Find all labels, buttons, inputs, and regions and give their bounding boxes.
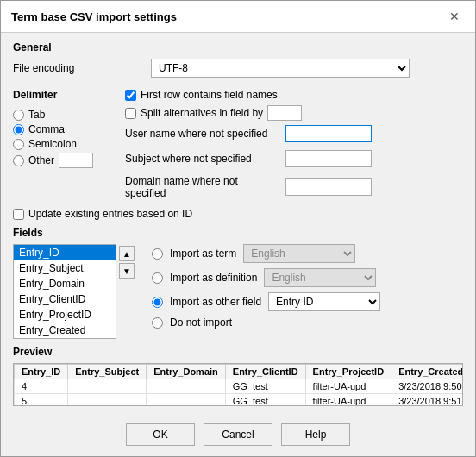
delimiter-label: Delimiter xyxy=(13,89,116,101)
domain-row: Domain name where not specified xyxy=(125,175,463,199)
comma-label: Comma xyxy=(28,123,65,135)
do-not-import-row: Do not import xyxy=(152,316,463,329)
import-as-definition-radio[interactable] xyxy=(152,272,163,284)
fields-list-container: Entry_ID Entry_Subject Entry_Domain Entr… xyxy=(13,244,135,339)
comma-radio[interactable] xyxy=(13,124,24,135)
list-item[interactable]: Entry_Created xyxy=(14,322,116,338)
table-header-row: Entry_ID Entry_Subject Entry_Domain Entr… xyxy=(15,365,464,379)
list-item[interactable]: Entry_Subject xyxy=(14,260,116,276)
semicolon-radio-row: Semicolon xyxy=(13,138,116,150)
col-entry-clientid: Entry_ClientID xyxy=(225,365,305,379)
fields-listbox[interactable]: Entry_ID Entry_Subject Entry_Domain Entr… xyxy=(13,244,116,339)
table-cell: 5 xyxy=(15,394,68,407)
general-section: General File encoding UTF-8 UTF-16 ISO-8… xyxy=(13,41,463,82)
do-not-import-label: Do not import xyxy=(170,316,232,329)
first-row-checkbox[interactable] xyxy=(125,90,136,101)
dialog-footer: OK Cancel Help xyxy=(1,415,475,456)
table-cell xyxy=(68,394,147,407)
table-cell xyxy=(68,379,147,394)
import-as-definition-row: Import as definition English German Fren… xyxy=(152,268,463,287)
col-entry-projectid: Entry_ProjectID xyxy=(305,365,391,379)
import-as-definition-label: Import as definition xyxy=(170,272,257,284)
fields-section: Fields Entry_ID Entry_Subject Entry_Doma… xyxy=(13,227,463,339)
general-label: General xyxy=(13,41,463,53)
dialog-body: General File encoding UTF-8 UTF-16 ISO-8… xyxy=(1,33,475,415)
list-item[interactable]: Entry_Domain xyxy=(14,276,116,291)
table-cell: filter-UA-upd xyxy=(305,394,391,407)
dialog-title: Term base CSV import settings xyxy=(11,10,177,23)
list-item[interactable]: Entry_Creator xyxy=(14,338,116,339)
first-row-label: First row contains field names xyxy=(141,89,278,101)
subject-row: Subject where not specified xyxy=(125,150,463,167)
tab-radio-row: Tab xyxy=(13,109,116,121)
import-as-term-row: Import as term English German French xyxy=(152,244,463,263)
delimiter-section: Delimiter Tab Comma Semicolon Other xyxy=(13,89,463,203)
list-item[interactable]: Entry_ProjectID xyxy=(14,307,116,322)
delimiter-right: First row contains field names Split alt… xyxy=(125,89,463,203)
subject-input[interactable] xyxy=(285,150,372,167)
preview-tbody: 4GG_testfilter-UA-upd3/23/2018 9:50:38 A… xyxy=(15,379,464,407)
preview-section: Preview Entry_ID Entry_Subject Entry_Dom… xyxy=(13,346,463,406)
close-button[interactable]: ✕ xyxy=(444,8,465,25)
table-cell: filter-UA-upd xyxy=(305,379,391,394)
split-label: Split alternatives in field by xyxy=(141,107,263,119)
dialog: Term base CSV import settings ✕ General … xyxy=(0,0,476,457)
ok-button[interactable]: OK xyxy=(126,423,195,446)
update-label: Update existing entries based on ID xyxy=(28,208,192,220)
table-cell: GG_test xyxy=(225,379,305,394)
scroll-up-button[interactable]: ▲ xyxy=(119,246,135,261)
table-cell: 3/23/2018 9:50:38 AM xyxy=(391,379,463,394)
import-as-other-radio[interactable] xyxy=(152,297,163,308)
username-row: User name where not specified xyxy=(125,125,463,142)
table-cell xyxy=(147,379,226,394)
semicolon-label: Semicolon xyxy=(28,138,77,150)
table-cell: GG_test xyxy=(225,394,305,407)
domain-input[interactable] xyxy=(285,178,372,196)
file-encoding-select[interactable]: UTF-8 UTF-16 ISO-8859-1 Windows-1252 xyxy=(151,59,410,78)
list-item[interactable]: Entry_ClientID xyxy=(14,291,116,307)
split-checkbox[interactable] xyxy=(125,108,136,119)
other-label: Other xyxy=(28,154,54,166)
cancel-button[interactable]: Cancel xyxy=(204,423,272,446)
first-row-check-row: First row contains field names xyxy=(125,89,463,101)
table-row: 5GG_testfilter-UA-upd3/23/2018 9:51:39 A… xyxy=(15,394,464,407)
help-button[interactable]: Help xyxy=(281,423,350,446)
split-check-row: Split alternatives in field by xyxy=(125,105,463,121)
other-radio-row: Other xyxy=(13,153,116,168)
table-cell xyxy=(147,394,226,407)
tab-radio[interactable] xyxy=(13,110,24,121)
username-input[interactable] xyxy=(285,125,372,142)
scroll-down-button[interactable]: ▼ xyxy=(119,263,135,279)
table-cell: 3/23/2018 9:51:39 AM xyxy=(391,394,463,407)
other-input[interactable] xyxy=(59,153,93,168)
col-entry-id: Entry_ID xyxy=(15,365,68,379)
tab-label: Tab xyxy=(28,109,45,121)
semicolon-radio[interactable] xyxy=(13,139,24,150)
import-as-other-label: Import as other field xyxy=(170,296,261,308)
preview-label: Preview xyxy=(13,346,463,358)
table-row: 4GG_testfilter-UA-upd3/23/2018 9:50:38 A… xyxy=(15,379,464,394)
file-encoding-label: File encoding xyxy=(13,62,151,74)
update-row: Update existing entries based on ID xyxy=(13,208,463,220)
list-item[interactable]: Entry_ID xyxy=(14,245,116,260)
import-options: Import as term English German French Imp… xyxy=(143,244,463,339)
file-encoding-row: File encoding UTF-8 UTF-16 ISO-8859-1 Wi… xyxy=(13,59,463,78)
col-entry-created: Entry_Created xyxy=(391,365,463,379)
preview-table-wrapper[interactable]: Entry_ID Entry_Subject Entry_Domain Entr… xyxy=(13,363,463,406)
other-radio[interactable] xyxy=(13,155,24,166)
username-label: User name where not specified xyxy=(125,128,280,140)
col-entry-domain: Entry_Domain xyxy=(147,365,226,379)
import-as-other-dropdown[interactable]: Entry ID Entry Subject Entry Domain xyxy=(268,292,380,311)
import-as-definition-dropdown[interactable]: English German French xyxy=(264,268,376,287)
split-input[interactable] xyxy=(267,105,302,121)
table-cell: 4 xyxy=(15,379,68,394)
fields-inner: Entry_ID Entry_Subject Entry_Domain Entr… xyxy=(13,244,463,339)
update-checkbox[interactable] xyxy=(13,209,24,220)
scroll-arrows: ▲ ▼ xyxy=(119,246,135,339)
import-as-term-dropdown[interactable]: English German French xyxy=(243,244,355,263)
title-bar: Term base CSV import settings ✕ xyxy=(1,1,475,33)
import-as-term-radio[interactable] xyxy=(152,248,163,260)
subject-label: Subject where not specified xyxy=(125,153,280,165)
do-not-import-radio[interactable] xyxy=(152,317,163,329)
domain-label: Domain name where not specified xyxy=(125,175,280,199)
